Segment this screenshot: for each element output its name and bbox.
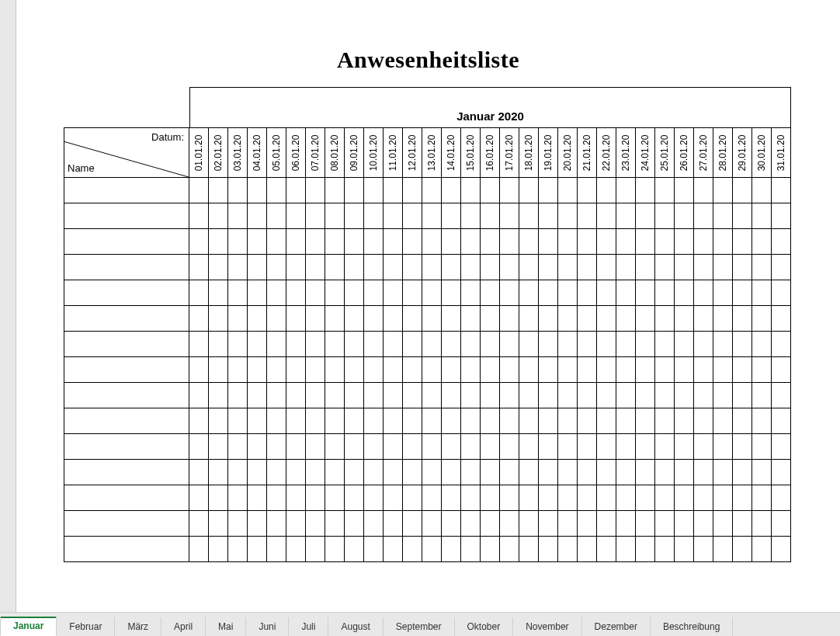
attendance-cell[interactable]: [345, 178, 364, 203]
attendance-cell[interactable]: [752, 229, 772, 255]
attendance-cell[interactable]: [228, 178, 248, 203]
attendance-cell[interactable]: [228, 255, 248, 280]
attendance-cell[interactable]: [248, 203, 267, 229]
attendance-cell[interactable]: [189, 357, 209, 383]
attendance-cell[interactable]: [267, 537, 286, 562]
attendance-cell[interactable]: [694, 460, 713, 485]
attendance-cell[interactable]: [442, 255, 461, 280]
attendance-cell[interactable]: [713, 332, 733, 357]
attendance-cell[interactable]: [364, 460, 384, 485]
attendance-cell[interactable]: [519, 332, 539, 357]
attendance-cell[interactable]: [403, 255, 422, 280]
attendance-cell[interactable]: [578, 280, 597, 306]
attendance-cell[interactable]: [286, 357, 306, 383]
attendance-cell[interactable]: [539, 537, 558, 562]
attendance-cell[interactable]: [248, 408, 267, 434]
attendance-cell[interactable]: [772, 460, 791, 485]
attendance-cell[interactable]: [481, 485, 500, 511]
attendance-cell[interactable]: [422, 255, 442, 280]
attendance-cell[interactable]: [713, 408, 733, 434]
attendance-cell[interactable]: [306, 408, 325, 434]
attendance-cell[interactable]: [519, 537, 539, 562]
attendance-cell[interactable]: [500, 332, 519, 357]
attendance-cell[interactable]: [655, 306, 675, 332]
attendance-cell[interactable]: [655, 537, 675, 562]
attendance-cell[interactable]: [655, 332, 675, 357]
attendance-cell[interactable]: [733, 383, 752, 408]
attendance-cell[interactable]: [655, 485, 675, 511]
attendance-cell[interactable]: [384, 332, 403, 357]
attendance-cell[interactable]: [772, 306, 791, 332]
attendance-cell[interactable]: [306, 485, 325, 511]
name-cell[interactable]: [64, 178, 189, 203]
attendance-cell[interactable]: [461, 511, 481, 537]
attendance-cell[interactable]: [442, 280, 461, 306]
attendance-cell[interactable]: [442, 383, 461, 408]
attendance-cell[interactable]: [228, 511, 248, 537]
attendance-cell[interactable]: [539, 306, 558, 332]
attendance-cell[interactable]: [675, 537, 694, 562]
attendance-cell[interactable]: [733, 280, 752, 306]
attendance-cell[interactable]: [558, 537, 578, 562]
attendance-cell[interactable]: [752, 408, 772, 434]
attendance-cell[interactable]: [325, 255, 345, 280]
attendance-cell[interactable]: [286, 306, 306, 332]
attendance-cell[interactable]: [364, 408, 384, 434]
attendance-cell[interactable]: [209, 280, 228, 306]
attendance-cell[interactable]: [519, 357, 539, 383]
attendance-cell[interactable]: [655, 178, 675, 203]
attendance-cell[interactable]: [248, 485, 267, 511]
attendance-cell[interactable]: [733, 408, 752, 434]
attendance-cell[interactable]: [325, 460, 345, 485]
attendance-cell[interactable]: [286, 332, 306, 357]
attendance-cell[interactable]: [442, 434, 461, 460]
attendance-cell[interactable]: [597, 357, 616, 383]
attendance-cell[interactable]: [578, 408, 597, 434]
attendance-cell[interactable]: [286, 434, 306, 460]
attendance-cell[interactable]: [422, 537, 442, 562]
attendance-cell[interactable]: [384, 357, 403, 383]
attendance-cell[interactable]: [189, 255, 209, 280]
attendance-cell[interactable]: [345, 511, 364, 537]
name-cell[interactable]: [64, 460, 189, 485]
attendance-cell[interactable]: [364, 383, 384, 408]
attendance-cell[interactable]: [539, 511, 558, 537]
attendance-cell[interactable]: [461, 280, 481, 306]
attendance-cell[interactable]: [306, 383, 325, 408]
attendance-cell[interactable]: [267, 280, 286, 306]
attendance-cell[interactable]: [345, 306, 364, 332]
attendance-cell[interactable]: [752, 434, 772, 460]
attendance-cell[interactable]: [384, 460, 403, 485]
attendance-cell[interactable]: [325, 485, 345, 511]
attendance-cell[interactable]: [772, 229, 791, 255]
attendance-cell[interactable]: [539, 229, 558, 255]
attendance-cell[interactable]: [694, 485, 713, 511]
attendance-cell[interactable]: [422, 306, 442, 332]
attendance-cell[interactable]: [636, 434, 655, 460]
attendance-cell[interactable]: [675, 408, 694, 434]
attendance-cell[interactable]: [500, 255, 519, 280]
attendance-cell[interactable]: [481, 229, 500, 255]
attendance-cell[interactable]: [578, 178, 597, 203]
attendance-cell[interactable]: [442, 178, 461, 203]
attendance-cell[interactable]: [616, 229, 636, 255]
attendance-cell[interactable]: [325, 203, 345, 229]
attendance-cell[interactable]: [752, 203, 772, 229]
attendance-cell[interactable]: [597, 280, 616, 306]
attendance-cell[interactable]: [461, 383, 481, 408]
attendance-cell[interactable]: [461, 434, 481, 460]
attendance-cell[interactable]: [636, 203, 655, 229]
attendance-cell[interactable]: [597, 434, 616, 460]
attendance-cell[interactable]: [752, 485, 772, 511]
name-cell[interactable]: [64, 203, 189, 229]
attendance-cell[interactable]: [558, 255, 578, 280]
attendance-cell[interactable]: [636, 357, 655, 383]
attendance-cell[interactable]: [597, 511, 616, 537]
attendance-cell[interactable]: [442, 306, 461, 332]
attendance-cell[interactable]: [384, 511, 403, 537]
attendance-cell[interactable]: [481, 383, 500, 408]
attendance-cell[interactable]: [616, 383, 636, 408]
attendance-cell[interactable]: [500, 203, 519, 229]
attendance-cell[interactable]: [442, 203, 461, 229]
attendance-cell[interactable]: [733, 511, 752, 537]
